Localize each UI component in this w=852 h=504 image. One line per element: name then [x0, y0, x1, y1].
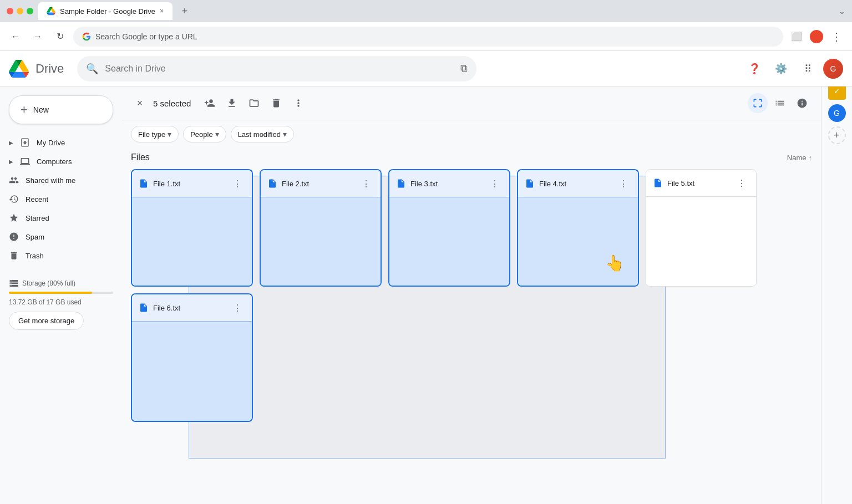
address-bar[interactable]: Search Google or type a URL — [73, 27, 783, 47]
back-button[interactable]: ← — [7, 28, 24, 45]
right-panel-avatar[interactable]: G — [828, 104, 846, 122]
sidebar-item-spam[interactable]: Spam — [0, 227, 118, 246]
cursor-icon: 👆 — [605, 254, 625, 272]
starred-label: Starred — [26, 214, 49, 222]
file-card-header-6: File 6.txt ⋮ — [132, 294, 252, 321]
storage-icon — [9, 278, 19, 288]
search-input[interactable] — [105, 64, 454, 74]
nav-right-actions: ⬜ ⋮ — [788, 28, 845, 45]
file-doc-icon-3 — [396, 179, 406, 189]
people-label: People — [190, 130, 212, 139]
people-arrow: ▾ — [215, 130, 219, 139]
computers-icon — [20, 156, 30, 166]
sort-button[interactable]: Name ↑ — [787, 154, 812, 162]
file-card-header-3: File 3.txt ⋮ — [389, 170, 509, 197]
delete-button[interactable] — [266, 93, 286, 113]
share-button[interactable] — [200, 93, 220, 113]
last-modified-arrow: ▾ — [283, 130, 287, 139]
file-card-4[interactable]: File 4.txt ⋮ 👆 — [517, 169, 639, 287]
file-doc-icon-4 — [525, 179, 535, 189]
tab-title: Sample Folder - Google Drive — [60, 7, 155, 16]
file-doc-icon-6 — [139, 303, 149, 313]
dot-yellow[interactable] — [17, 8, 23, 14]
file-more-btn-5[interactable]: ⋮ — [734, 175, 749, 191]
drive-logo-icon — [9, 59, 29, 79]
file-type-arrow: ▾ — [168, 130, 171, 139]
google-icon — [82, 32, 91, 41]
sidebar-item-computers[interactable]: ▶ Computers — [0, 152, 118, 171]
file-name-2: File 2.txt — [282, 180, 354, 188]
trash-label: Trash — [26, 252, 44, 260]
expand-icon: ▶ — [9, 140, 13, 146]
apps-button[interactable]: ⠿ — [797, 58, 819, 80]
file-card-5[interactable]: File 5.txt ⋮ — [646, 169, 757, 287]
recent-label: Recent — [26, 195, 48, 203]
file-more-btn-4[interactable]: ⋮ — [616, 176, 631, 191]
browser-tab[interactable]: Sample Folder - Google Drive × — [38, 2, 173, 20]
file-card-1[interactable]: File 1.txt ⋮ — [131, 169, 253, 287]
file-more-btn-3[interactable]: ⋮ — [487, 176, 503, 191]
tab-close-button[interactable]: × — [160, 7, 164, 15]
filter-sliders-icon[interactable]: ⧉ — [460, 63, 468, 74]
selected-count: 5 selected — [153, 99, 191, 108]
people-filter[interactable]: People ▾ — [183, 126, 226, 142]
file-grid-row2: File 6.txt ⋮ — [131, 293, 812, 422]
view-options — [748, 93, 812, 113]
file-card-header-2: File 2.txt ⋮ — [261, 170, 381, 197]
new-button[interactable]: + New — [9, 95, 113, 124]
main-wrapper: × 5 selected — [122, 86, 821, 504]
file-preview-4: 👆 — [518, 197, 638, 286]
settings-button[interactable]: ⚙️ — [770, 58, 792, 80]
last-modified-filter[interactable]: Last modified ▾ — [231, 126, 294, 142]
sidebar-item-shared[interactable]: Shared with me — [0, 171, 118, 190]
file-more-btn-2[interactable]: ⋮ — [358, 176, 374, 191]
my-drive-label: My Drive — [37, 139, 65, 147]
file-name-6: File 6.txt — [153, 304, 225, 312]
profile-button[interactable] — [808, 28, 825, 45]
avatar[interactable]: G — [823, 59, 843, 79]
more-options-button[interactable]: ⋮ — [828, 28, 845, 45]
file-more-btn-1[interactable]: ⋮ — [230, 176, 245, 191]
file-card-3[interactable]: File 3.txt ⋮ — [388, 169, 510, 287]
dot-red[interactable] — [7, 8, 13, 14]
file-name-3: File 3.txt — [410, 180, 483, 188]
browser-chrome: Sample Folder - Google Drive × + ⌄ — [0, 0, 852, 22]
search-bar[interactable]: 🔍 ⧉ — [77, 56, 476, 82]
sidebar-item-starred[interactable]: Starred — [0, 208, 118, 227]
close-selection-button[interactable]: × — [131, 94, 149, 112]
file-preview-1 — [132, 197, 252, 286]
dot-green[interactable] — [27, 8, 33, 14]
extensions-button[interactable]: ⬜ — [788, 28, 805, 45]
right-panel-add-button[interactable]: + — [828, 126, 846, 144]
info-button[interactable] — [792, 93, 812, 113]
sidebar-item-my-drive[interactable]: ▶ My Drive — [0, 133, 118, 152]
file-more-btn-6[interactable]: ⋮ — [230, 300, 245, 315]
sidebar-item-recent[interactable]: Recent — [0, 190, 118, 208]
file-card-2[interactable]: File 2.txt ⋮ — [260, 169, 382, 287]
content-toolbar: × 5 selected — [122, 86, 821, 120]
help-button[interactable]: ❓ — [743, 58, 765, 80]
get-storage-button[interactable]: Get more storage — [9, 312, 84, 330]
forward-button[interactable]: → — [29, 28, 47, 45]
header-actions: ❓ ⚙️ ⠿ G — [743, 58, 843, 80]
tab-end-button[interactable]: ⌄ — [839, 7, 845, 16]
file-card-6[interactable]: File 6.txt ⋮ — [131, 293, 253, 422]
browser-dots — [7, 8, 33, 14]
files-header: Files Name ↑ — [131, 152, 812, 162]
files-section-title: Files — [131, 152, 150, 162]
drive-logo-text: Drive — [36, 62, 64, 76]
file-type-label: File type — [138, 130, 165, 139]
file-preview-5 — [646, 196, 756, 285]
move-button[interactable] — [244, 93, 264, 113]
download-button[interactable] — [222, 93, 242, 113]
new-tab-button[interactable]: + — [177, 3, 192, 19]
sidebar-item-trash[interactable]: Trash — [0, 246, 118, 265]
file-type-filter[interactable]: File type ▾ — [131, 126, 179, 142]
refresh-button[interactable]: ↻ — [51, 28, 69, 45]
file-card-header-4: File 4.txt ⋮ — [518, 170, 638, 197]
storage-bar — [9, 292, 113, 294]
file-name-4: File 4.txt — [539, 180, 611, 188]
more-actions-button[interactable] — [288, 93, 308, 113]
list-view-button[interactable] — [770, 93, 790, 113]
grid-view-button[interactable] — [748, 93, 768, 113]
